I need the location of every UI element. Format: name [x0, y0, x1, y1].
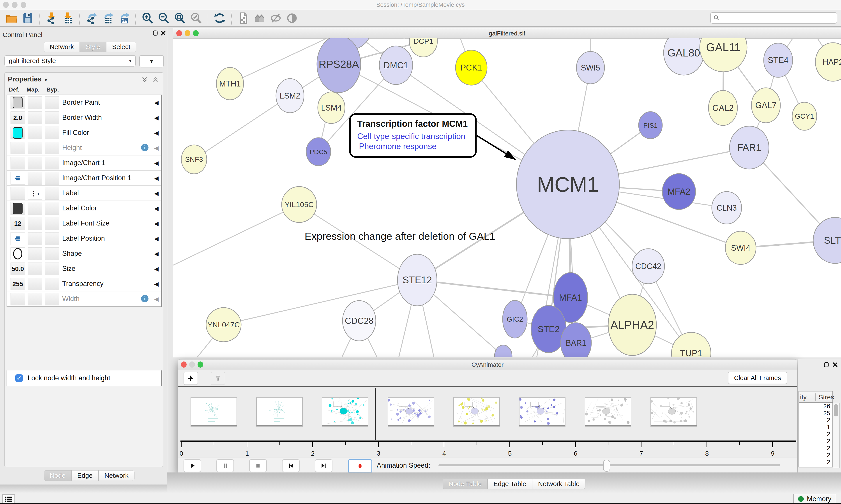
table-row[interactable]: 2: [799, 438, 833, 445]
table-row[interactable]: 2: [799, 445, 833, 452]
expand-row-icon[interactable]: ◀: [154, 296, 159, 303]
default-value-cell[interactable]: [11, 187, 25, 200]
expand-row-icon[interactable]: ◀: [154, 250, 159, 257]
frame-5[interactable]: [453, 397, 500, 427]
import-network-icon[interactable]: [45, 12, 58, 25]
float-panel-icon[interactable]: [152, 30, 159, 36]
tab-edge-table[interactable]: Edge Table: [487, 479, 532, 489]
float-panel-icon[interactable]: [823, 361, 829, 368]
expand-row-icon[interactable]: ◀: [154, 190, 159, 197]
default-value-cell[interactable]: [11, 142, 25, 154]
expand-row-icon[interactable]: ◀: [154, 100, 159, 106]
table-row[interactable]: 2: [799, 417, 833, 424]
default-value-cell[interactable]: [11, 232, 25, 245]
style-selector[interactable]: galFiltered Style ▾: [4, 55, 136, 67]
mapping-cell[interactable]: [28, 247, 42, 260]
save-session-icon[interactable]: [21, 12, 35, 25]
info-icon[interactable]: i: [141, 295, 148, 302]
frame-2[interactable]: [256, 397, 303, 427]
expand-row-icon[interactable]: ◀: [154, 145, 159, 151]
apply-layout-icon[interactable]: [213, 12, 227, 25]
clear-all-frames-button[interactable]: Clear All Frames: [728, 372, 787, 384]
canvas-caption[interactable]: Expression change after deletion of GAL1: [305, 230, 495, 242]
memory-button[interactable]: Memory: [793, 494, 836, 504]
network-edge[interactable]: [417, 280, 571, 298]
stop-button[interactable]: [249, 459, 267, 472]
export-image-icon[interactable]: [117, 12, 130, 25]
tab-style[interactable]: Style: [80, 41, 106, 52]
bypass-cell[interactable]: [45, 293, 59, 305]
tab-network[interactable]: Network: [44, 41, 80, 52]
network-file-icon[interactable]: [236, 12, 250, 25]
mapping-cell[interactable]: [28, 96, 42, 109]
default-value-cell[interactable]: 50.0: [11, 263, 25, 275]
delete-frame-button[interactable]: [211, 372, 225, 385]
property-row-shape[interactable]: Shape◀: [7, 246, 161, 261]
skip-to-end-button[interactable]: [315, 459, 333, 472]
default-value-cell[interactable]: [11, 172, 25, 184]
bypass-cell[interactable]: [45, 96, 59, 109]
bypass-cell[interactable]: [45, 172, 59, 184]
mapping-cell[interactable]: [28, 217, 42, 230]
frame-1[interactable]: [191, 397, 237, 427]
bypass-cell[interactable]: [45, 157, 59, 169]
column-header-stress[interactable]: Stres: [816, 393, 834, 401]
chevron-down-icon[interactable]: ▾: [43, 77, 47, 83]
expand-row-icon[interactable]: ◀: [154, 205, 159, 212]
property-row-border-width[interactable]: 2.0Border Width◀: [7, 110, 161, 125]
close-panel-icon[interactable]: [832, 361, 838, 368]
bypass-cell[interactable]: [45, 232, 59, 245]
table-row[interactable]: 1: [799, 424, 833, 431]
hide-details-icon[interactable]: [269, 12, 283, 25]
expand-row-icon[interactable]: ◀: [154, 220, 159, 227]
zoom-selected-icon[interactable]: [189, 12, 203, 25]
add-frame-button[interactable]: [183, 372, 198, 385]
mapping-cell[interactable]: [28, 111, 42, 124]
default-value-cell[interactable]: [11, 202, 25, 215]
task-history-button[interactable]: [2, 494, 15, 504]
bypass-cell[interactable]: [45, 217, 59, 230]
table-rows[interactable]: 26252122222: [799, 403, 833, 467]
bypass-cell[interactable]: [45, 277, 59, 290]
tab-select[interactable]: Select: [106, 41, 136, 52]
default-value-cell[interactable]: 2.0: [11, 111, 25, 124]
open-session-icon[interactable]: [5, 12, 18, 25]
bypass-cell[interactable]: [45, 247, 59, 260]
bypass-cell[interactable]: [45, 142, 59, 154]
zoom-out-icon[interactable]: [157, 12, 171, 25]
expand-row-icon[interactable]: ◀: [154, 281, 159, 287]
frame-3[interactable]: [322, 397, 369, 427]
property-row-size[interactable]: 50.0Size◀: [7, 261, 161, 276]
network-edge[interactable]: [173, 204, 299, 265]
collapse-all-icon[interactable]: [151, 76, 159, 84]
network-edge[interactable]: [223, 280, 417, 325]
mapping-cell[interactable]: [28, 232, 42, 245]
expand-row-icon[interactable]: ◀: [154, 235, 159, 242]
timeline-playhead[interactable]: [375, 389, 376, 440]
property-row-image-chart-1[interactable]: Image/Chart 1◀: [7, 156, 161, 170]
expand-row-icon[interactable]: ◀: [154, 130, 159, 137]
skip-to-start-button[interactable]: [282, 459, 300, 472]
table-row[interactable]: 26: [799, 403, 833, 410]
bypass-cell[interactable]: [45, 187, 59, 200]
search-box[interactable]: [710, 12, 837, 24]
expand-row-icon[interactable]: ◀: [154, 160, 159, 167]
frame-8[interactable]: [650, 397, 697, 427]
mapping-cell[interactable]: [28, 172, 42, 184]
export-network-icon[interactable]: [85, 12, 98, 25]
default-value-cell[interactable]: [11, 157, 25, 169]
mapping-cell[interactable]: [28, 293, 42, 305]
property-row-image-chart-position-1[interactable]: Image/Chart Position 1◀: [7, 170, 161, 186]
property-row-border-paint[interactable]: Border Paint◀: [7, 95, 161, 110]
frame-7[interactable]: [585, 397, 631, 427]
network-edge[interactable]: [194, 96, 290, 159]
import-table-icon[interactable]: [61, 12, 74, 25]
animation-speed-slider[interactable]: [439, 464, 780, 466]
open-sites-icon[interactable]: [253, 12, 266, 25]
property-row-fill-color[interactable]: Fill Color◀: [7, 125, 161, 140]
bypass-cell[interactable]: [45, 263, 59, 275]
tab-node[interactable]: Node: [44, 470, 71, 481]
property-row-label-position[interactable]: Label Position◀: [7, 231, 161, 246]
mapping-cell[interactable]: [28, 127, 42, 139]
table-row[interactable]: 2: [799, 452, 833, 459]
